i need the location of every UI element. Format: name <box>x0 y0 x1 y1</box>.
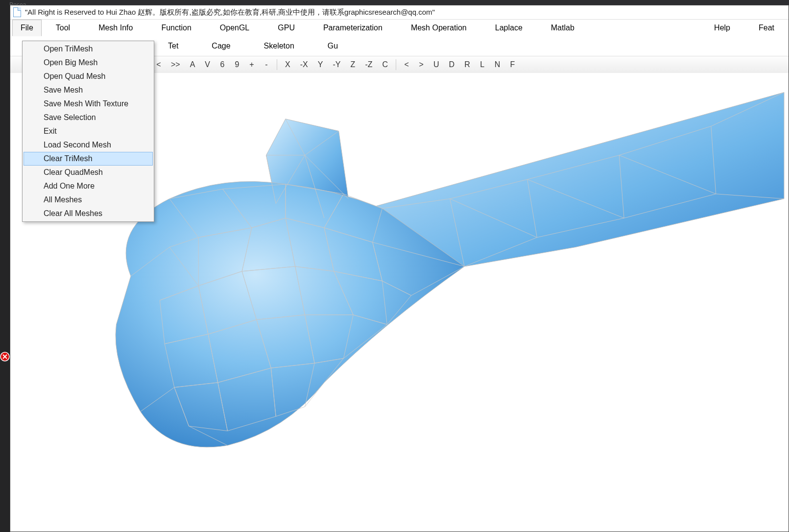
menu-mesh-operation[interactable]: Mesh Operation <box>397 20 481 36</box>
file-open-quad-mesh[interactable]: Open Quad Mesh <box>24 70 153 83</box>
tb-y[interactable]: Y <box>313 60 328 69</box>
tb-9[interactable]: 9 <box>230 60 244 69</box>
tb-negy[interactable]: -Y <box>328 60 345 69</box>
file-exit[interactable]: Exit <box>24 124 153 138</box>
secbar-skeleton[interactable]: Skeleton <box>247 42 311 50</box>
tb-v[interactable]: V <box>200 60 215 69</box>
tb-c[interactable]: C <box>377 60 393 69</box>
tb-z[interactable]: Z <box>345 60 360 69</box>
menu-matlab[interactable]: Matlab <box>537 20 589 36</box>
tb-r[interactable]: R <box>459 60 475 69</box>
file-load-second-mesh[interactable]: Load Second Mesh <box>24 138 153 152</box>
menu-feat[interactable]: Feat <box>744 20 789 36</box>
tb-n[interactable]: N <box>490 60 505 69</box>
tb-x[interactable]: X <box>280 60 295 69</box>
tb-gt2[interactable]: > <box>414 60 429 69</box>
tb-lt2[interactable]: < <box>399 60 414 69</box>
ide-left-gutter <box>0 0 10 532</box>
document-icon <box>13 7 21 17</box>
app-window: "All Right is Reserved to Hui Zhao 赵辉。版权… <box>10 5 789 532</box>
file-save-mesh[interactable]: Save Mesh <box>24 83 153 97</box>
window-title: "All Right is Reserved to Hui Zhao 赵辉。版权… <box>25 8 435 17</box>
file-clear-trimesh[interactable]: Clear TriMesh <box>24 152 153 166</box>
tb-minus[interactable]: - <box>259 60 274 69</box>
menu-gpu[interactable]: GPU <box>263 20 309 36</box>
file-dropdown: Open TriMesh Open Big Mesh Open Quad Mes… <box>22 41 154 222</box>
tb-d[interactable]: D <box>444 60 460 69</box>
tb-sep1 <box>277 59 277 70</box>
tb-l[interactable]: L <box>475 60 490 69</box>
file-all-meshes[interactable]: All Meshes <box>24 193 153 207</box>
tb-negx[interactable]: -X <box>295 60 313 69</box>
file-clear-all-meshes[interactable]: Clear All Meshes <box>24 207 153 220</box>
menu-opengl[interactable]: OpenGL <box>206 20 263 36</box>
file-save-mesh-with-texture[interactable]: Save Mesh With Texture <box>24 97 153 111</box>
tb-6[interactable]: 6 <box>215 60 230 69</box>
menu-function[interactable]: Function <box>147 20 205 36</box>
tb-u[interactable]: U <box>429 60 444 69</box>
secbar-gu[interactable]: Gu <box>311 42 355 50</box>
file-open-trimesh[interactable]: Open TriMesh <box>24 42 153 56</box>
menu-laplace[interactable]: Laplace <box>481 20 537 36</box>
secbar-cage[interactable]: Cage <box>195 42 247 50</box>
tb-sep2 <box>396 59 396 70</box>
menu-file[interactable]: File <box>12 20 42 36</box>
menu-mesh-info[interactable]: Mesh Info <box>84 20 147 36</box>
error-badge-icon <box>0 352 10 362</box>
ide-background-strip: icsResea <box>0 0 789 5</box>
menu-parameterization[interactable]: Parameterization <box>309 20 397 36</box>
tb-negz[interactable]: -Z <box>360 60 377 69</box>
tb-a[interactable]: A <box>185 60 200 69</box>
menu-tool[interactable]: Tool <box>42 20 84 36</box>
file-save-selection[interactable]: Save Selection <box>24 111 153 124</box>
file-clear-quadmesh[interactable]: Clear QuadMesh <box>24 166 153 179</box>
menu-help[interactable]: Help <box>700 20 744 36</box>
file-add-one-more[interactable]: Add One More <box>24 179 153 193</box>
tb-gtgt[interactable]: >> <box>166 60 185 69</box>
file-open-big-mesh[interactable]: Open Big Mesh <box>24 56 153 70</box>
tb-plus[interactable]: + <box>244 60 259 69</box>
secbar-tet[interactable]: Tet <box>151 42 195 50</box>
title-bar: "All Right is Reserved to Hui Zhao 赵辉。版权… <box>10 5 789 20</box>
tb-f[interactable]: F <box>505 60 520 69</box>
menu-bar: File Tool Mesh Info Function OpenGL GPU … <box>10 20 789 36</box>
